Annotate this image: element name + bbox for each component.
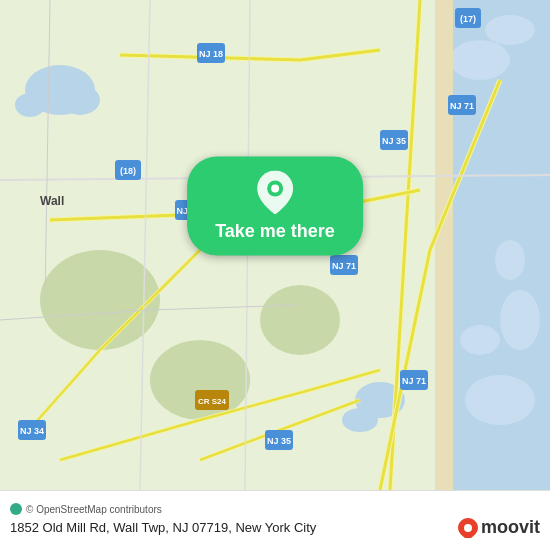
svg-point-10 bbox=[60, 85, 100, 115]
address-text: 1852 Old Mill Rd, Wall Twp, NJ 07719, Ne… bbox=[10, 520, 316, 535]
footer: © OpenStreetMap contributors 1852 Old Mi… bbox=[0, 490, 550, 550]
svg-text:NJ 34: NJ 34 bbox=[20, 426, 44, 436]
svg-point-6 bbox=[500, 290, 540, 350]
take-me-there-label: Take me there bbox=[215, 220, 335, 241]
svg-text:NJ 35: NJ 35 bbox=[382, 136, 406, 146]
svg-text:NJ 71: NJ 71 bbox=[402, 376, 426, 386]
svg-text:Wall: Wall bbox=[40, 194, 64, 208]
attribution: © OpenStreetMap contributors bbox=[10, 503, 540, 515]
svg-text:NJ 18: NJ 18 bbox=[199, 49, 223, 59]
moovit-pin-icon bbox=[458, 518, 478, 538]
svg-point-5 bbox=[460, 325, 500, 355]
svg-point-7 bbox=[495, 240, 525, 280]
svg-text:NJ 71: NJ 71 bbox=[332, 261, 356, 271]
svg-point-13 bbox=[342, 408, 378, 432]
svg-point-16 bbox=[260, 285, 340, 355]
map-container: (17) NJ 18 (18) NJ 71 NJ 35 NJ 138 NJ 71… bbox=[0, 0, 550, 490]
svg-point-3 bbox=[485, 15, 535, 45]
svg-point-11 bbox=[15, 93, 45, 117]
svg-text:CR S24: CR S24 bbox=[198, 397, 227, 406]
osm-circle-icon bbox=[10, 503, 22, 515]
attribution-text: © OpenStreetMap contributors bbox=[26, 504, 162, 515]
svg-point-48 bbox=[464, 524, 472, 532]
svg-point-47 bbox=[271, 184, 279, 192]
svg-text:(18): (18) bbox=[120, 166, 136, 176]
svg-point-2 bbox=[450, 40, 510, 80]
address-line: 1852 Old Mill Rd, Wall Twp, NJ 07719, Ne… bbox=[10, 517, 540, 538]
svg-rect-8 bbox=[435, 0, 453, 490]
moovit-logo: moovit bbox=[458, 517, 540, 538]
svg-text:NJ 71: NJ 71 bbox=[450, 101, 474, 111]
svg-point-4 bbox=[465, 375, 535, 425]
svg-point-14 bbox=[40, 250, 160, 350]
map-pin-icon bbox=[257, 170, 293, 214]
moovit-text: moovit bbox=[481, 517, 540, 538]
svg-text:(17): (17) bbox=[460, 14, 476, 24]
svg-text:NJ 35: NJ 35 bbox=[267, 436, 291, 446]
take-me-there-button[interactable]: Take me there bbox=[187, 156, 363, 255]
